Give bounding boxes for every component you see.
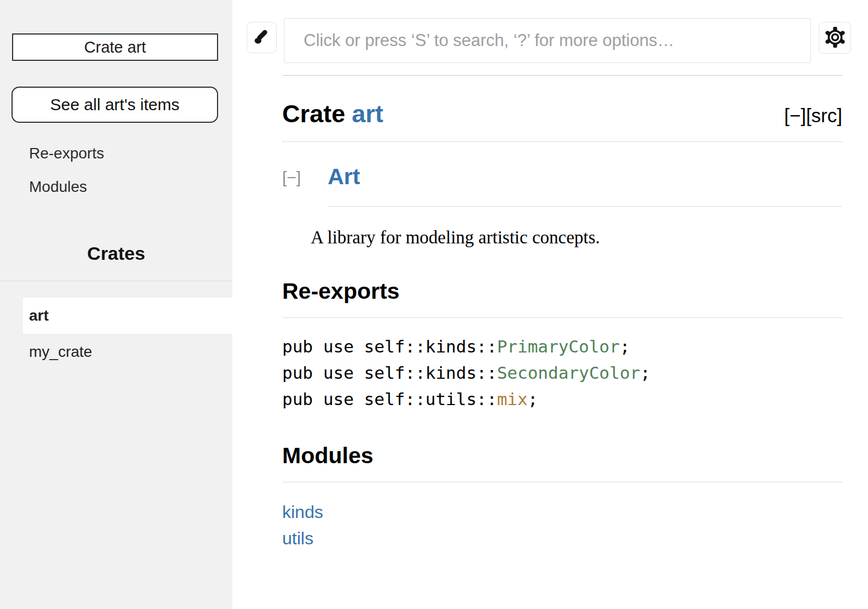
fn-link-mix[interactable]: mix [497, 389, 528, 409]
code-semicolon: ; [528, 389, 538, 409]
crates-heading: Crates [0, 243, 232, 264]
code-plain: pub use self::kinds:: [282, 337, 497, 356]
sidebar-links: Re-exportsModules [29, 145, 104, 212]
see-all-items-button[interactable]: See all art's items [12, 87, 218, 123]
code-semicolon: ; [640, 363, 650, 383]
reexports-heading: Re-exports [282, 278, 842, 318]
search-input[interactable] [284, 18, 811, 63]
docblock-header: [−] Art [282, 164, 842, 207]
page-title-text: Crateart [282, 100, 384, 128]
crates-list: artmy_crate [0, 281, 232, 370]
enum-link-SecondaryColor[interactable]: SecondaryColor [497, 363, 640, 383]
theme-picker-button[interactable] [247, 22, 277, 53]
topbar-divider [282, 75, 842, 76]
crate-logo-box[interactable]: Crate art [12, 33, 218, 61]
crate-item-my_crate[interactable]: my_crate [23, 334, 232, 370]
doc-description: A library for modeling artistic concepts… [311, 227, 842, 248]
code-line: pub use self::kinds::PrimaryColor; [282, 333, 842, 360]
enum-link-PrimaryColor[interactable]: PrimaryColor [497, 337, 620, 356]
modules-list: kindsutils [282, 499, 842, 551]
docblock-collapse-toggle[interactable]: [−] [282, 168, 301, 187]
heading-controls: [−][src] [784, 105, 842, 127]
main-content: Crateart [−][src] [−] Art A library for … [282, 75, 842, 551]
code-line: pub use self::utils::mix; [282, 386, 842, 412]
modules-heading: Modules [282, 443, 842, 482]
module-link-kinds[interactable]: kinds [282, 499, 842, 525]
module-link-utils[interactable]: utils [282, 525, 842, 551]
crate-name-link[interactable]: art [352, 100, 384, 128]
sidebar-item-modules[interactable]: Modules [29, 178, 104, 196]
page-title-prefix: Crate [282, 100, 345, 128]
doc-title: Art [328, 164, 842, 207]
code-plain: pub use self::kinds:: [282, 363, 497, 383]
page-title: Crateart [−][src] [282, 100, 842, 142]
sidebar: Crate art See all art's items Re-exports… [0, 0, 232, 609]
code-semicolon: ; [620, 337, 630, 356]
collapse-all-toggle[interactable]: [−] [784, 105, 806, 126]
code-plain: pub use self::utils:: [282, 389, 497, 409]
src-link[interactable]: [src] [806, 105, 842, 126]
code-line: pub use self::kinds::SecondaryColor; [282, 360, 842, 386]
doc-title-link[interactable]: Art [328, 164, 360, 189]
crate-item-art[interactable]: art [23, 298, 232, 334]
gear-icon [825, 27, 846, 49]
paintbrush-icon [252, 27, 272, 48]
reexports-code: pub use self::kinds::PrimaryColor;pub us… [282, 333, 842, 412]
sidebar-item-re-exports[interactable]: Re-exports [29, 145, 104, 162]
settings-button[interactable] [819, 22, 851, 54]
